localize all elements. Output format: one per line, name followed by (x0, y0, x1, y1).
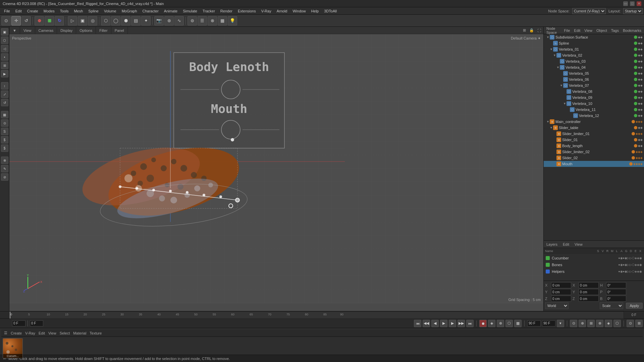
left-btn-scale[interactable]: ⤢ (1, 90, 8, 98)
mat-menu-material[interactable]: Material (72, 330, 88, 336)
light-tool[interactable]: ✦ (141, 16, 151, 25)
menu-spline[interactable]: Spline (86, 8, 101, 14)
pb-tool-5[interactable]: ◈ (605, 320, 612, 327)
pb-next-key[interactable]: ▶▶ (458, 320, 465, 327)
pb-tool-6[interactable]: ⬡ (613, 320, 621, 327)
pb-prev-key[interactable]: ◀◀ (423, 320, 430, 327)
start-frame-field[interactable] (527, 320, 541, 326)
menu-modes[interactable]: Modes (41, 8, 57, 14)
pb-timeline-btn[interactable]: ▦ (514, 320, 522, 327)
end-frame-field[interactable] (542, 320, 555, 326)
display-tool[interactable]: ☰ (198, 16, 207, 25)
tree-vertebra-10[interactable]: ▼ ⬡ Vertebra_10 ◈◈ (544, 101, 644, 107)
node-space-select[interactable]: Current (V-Ray) (572, 8, 606, 14)
left-btn-s2[interactable]: $ (1, 136, 8, 143)
pb-next-frame[interactable]: ▶ (449, 320, 456, 327)
left-btn-edge[interactable]: ◁ (1, 45, 8, 52)
tree-subdivision-surface[interactable]: ▼ ⬡ Subdivision Surface ◈◈ (544, 34, 644, 40)
tree-vertebra-01[interactable]: ▼ ⬡ Vertebra_01 ◈◈ (544, 46, 644, 52)
menu-tools[interactable]: Tools (57, 8, 71, 14)
pb-settings-1[interactable]: ⊙ (627, 320, 634, 327)
tree-vertebra-03[interactable]: ▶ ⬡ Vertebra_03 ◈◈ (544, 58, 644, 64)
left-btn-move[interactable]: ↕ (1, 82, 8, 89)
tree-vertebra-09[interactable]: ▶ ⬡ Vertebra_09 ◈◈ (544, 95, 644, 101)
viewport-panel-menu[interactable]: Panel (111, 27, 128, 34)
left-btn-live[interactable]: ⊙ (1, 119, 8, 127)
transform-mode-select[interactable]: Scale Move Rotate (600, 302, 623, 309)
pb-auto-key[interactable]: ⬡ (505, 320, 513, 327)
scene-file[interactable]: File (563, 28, 572, 33)
coord-p-val[interactable] (606, 289, 626, 295)
menu-file[interactable]: File (1, 8, 13, 14)
mat-menu-view[interactable]: View (47, 330, 58, 336)
coord-x-rot[interactable] (579, 282, 599, 288)
layers-btn[interactable]: Layers (545, 242, 559, 246)
spline-tool[interactable]: ∿ (174, 16, 184, 25)
viewport-view-menu[interactable]: View (20, 27, 35, 34)
menu-create[interactable]: Create (24, 8, 41, 14)
menu-window[interactable]: Window (290, 8, 308, 14)
menu-3dtoall[interactable]: 3DToAll (321, 8, 339, 14)
coord-y-pos[interactable] (551, 289, 571, 295)
pb-jump-end[interactable]: ⏭ (466, 320, 474, 327)
menu-arnold[interactable]: Arnold (274, 8, 290, 14)
pb-tool-2[interactable]: ⊕ (579, 320, 586, 327)
mat-menu-icon[interactable]: ☰ (3, 330, 9, 336)
tree-vertebra-08[interactable]: ▶ ⬡ Vertebra_08 ◈◈ (544, 88, 644, 95)
viewport-filter-menu[interactable]: Filter (96, 27, 111, 34)
move-btn[interactable]: ⊕ (35, 16, 44, 25)
pb-param-btn[interactable]: ⊕ (497, 320, 504, 327)
move-tool-btn[interactable]: ⊙ (1, 16, 11, 25)
pb-fps-dropdown[interactable]: ▾ (557, 320, 564, 327)
tree-vertebra-11[interactable]: ▶ ⬡ Vertebra_11 ◈◈ (544, 107, 644, 113)
scale-btn[interactable]: ⊞ (45, 16, 54, 25)
menu-character[interactable]: Character (140, 8, 161, 14)
layer-cucumber[interactable]: Cucumber ●◉●◉▷▷⬡◈◈◉ (544, 255, 644, 261)
sphere-tool[interactable]: ◯ (111, 16, 120, 25)
left-btn-select[interactable]: ▦ (1, 111, 8, 118)
pb-prev-frame[interactable]: ◀ (431, 320, 439, 327)
scene-tags[interactable]: Tags (610, 28, 620, 33)
left-btn-knife[interactable]: ⊘ (1, 173, 8, 181)
scene-bookmarks[interactable]: Bookmarks (622, 28, 643, 33)
layers-edit-btn[interactable]: Edit (561, 242, 571, 246)
animation-timeline[interactable]: 0 5 10 15 20 25 30 35 40 45 50 55 60 65 … (9, 311, 624, 319)
menu-simulate[interactable]: Simulate (180, 8, 200, 14)
tree-vertebra-04[interactable]: ▼ ⬡ Vertebra_04 ◈◈ (544, 64, 644, 70)
coord-y-rot[interactable] (579, 289, 599, 295)
rotate-btn[interactable]: ↻ (55, 16, 64, 25)
viewport-options-menu[interactable]: Options (76, 27, 96, 34)
tree-slider-table[interactable]: ▼ ⊕ Slider_table ◈◈ (544, 125, 644, 131)
minimize-button[interactable]: — (623, 1, 628, 6)
tree-vertebra-02[interactable]: ▼ ⬡ Vertebra_02 ◈◈ (544, 52, 644, 58)
menu-render[interactable]: Render (218, 8, 235, 14)
viewport-canvas[interactable]: Perspective Default Camera ✦ Body Lenoth (9, 34, 543, 304)
layer-helpers[interactable]: Helpers ●◉●◉▷▷⬡◈◈◉ (544, 268, 644, 275)
light-tool-2[interactable]: 💡 (228, 16, 237, 25)
menu-vray[interactable]: V-Ray (259, 8, 274, 14)
menu-mesh[interactable]: Mesh (71, 8, 86, 14)
left-btn-rotate[interactable]: ↺ (1, 99, 8, 106)
mat-menu-texture[interactable]: Texture (88, 330, 103, 336)
polygon-btn[interactable]: ▷ (68, 16, 77, 25)
menu-extensions[interactable]: Extensions (235, 8, 259, 14)
layers-view-btn[interactable]: View (573, 242, 584, 246)
tree-vertebra-06[interactable]: ▶ ⬡ Vertebra_06 ◈◈ (544, 76, 644, 82)
left-btn-vertex[interactable]: • (1, 53, 8, 61)
vp-fullscreen-btn[interactable]: ⛶ (536, 28, 542, 33)
menu-animate[interactable]: Animate (161, 8, 180, 14)
render-btn[interactable]: ▣ (78, 16, 87, 25)
menu-volume[interactable]: Volume (101, 8, 119, 14)
coord-system-select[interactable]: World Object (545, 302, 569, 309)
pb-tool-1[interactable]: ⊙ (570, 320, 577, 327)
vp-lock-btn[interactable]: 🔒 (528, 28, 535, 33)
tree-slider-01[interactable]: ▶ ⊕ Slider_01 ◈◈ (544, 137, 644, 143)
tree-slider-limiter-02[interactable]: ▶ ⊕ Slider_limiter_02 ◈◈◈ (544, 149, 644, 155)
mat-menu-vray[interactable]: V-Ray (24, 330, 37, 336)
tree-slider-02[interactable]: ▶ ⊕ Slider_02 ◈◈◈ (544, 155, 644, 161)
menu-help[interactable]: Help (309, 8, 322, 14)
coord-z-pos[interactable] (551, 296, 571, 302)
tree-main-controller[interactable]: ▼ ⊕ Main_controller ◈◈◈ (544, 119, 644, 125)
viewport-cameras-menu[interactable]: Cameras (35, 27, 57, 34)
mat-menu-select[interactable]: Select (58, 330, 71, 336)
